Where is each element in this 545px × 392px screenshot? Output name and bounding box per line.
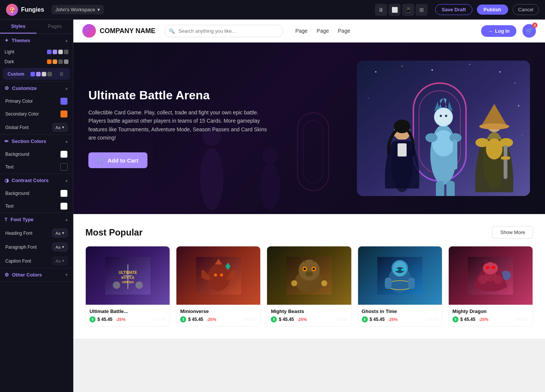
- desktop-icon-btn[interactable]: 🖥: [375, 4, 387, 16]
- secondary-color-swatch[interactable]: [60, 110, 68, 118]
- preview-nav: Page Page Page: [295, 28, 350, 34]
- tab-pages[interactable]: Pages: [36, 20, 73, 33]
- dot: [47, 59, 52, 64]
- hero-image-svg: [357, 61, 530, 196]
- caption-font-selector[interactable]: Aa ▾: [52, 257, 68, 265]
- svg-point-59: [207, 264, 230, 291]
- customize-icon: ⚙: [5, 85, 9, 91]
- add-to-cart-button[interactable]: 🛒 Add to Cart: [88, 152, 147, 168]
- game-card[interactable]: Minionverse $ $ 45.45 -25% ☆☆☆: [176, 246, 261, 327]
- hero-image: [357, 61, 530, 196]
- contrast-bg-row: Background: [0, 187, 73, 200]
- game-card-body: Ultimate Battle... $ $ 45.45 -25% ☆☆☆: [86, 305, 170, 326]
- contrast-bg-swatch[interactable]: [60, 190, 68, 197]
- section-text-swatch[interactable]: [60, 163, 68, 171]
- dot: [36, 72, 41, 76]
- customize-header[interactable]: ⚙ Customize ▲: [0, 82, 73, 95]
- theme-custom[interactable]: Custom 🗑: [3, 68, 70, 80]
- game-card[interactable]: Mighty Beasts $ $ 45.45 -25% ☆☆☆: [267, 246, 351, 327]
- tablet-icon-btn[interactable]: ⬜: [389, 4, 401, 16]
- logo-text: Fungies: [21, 6, 44, 13]
- contrast-text-swatch[interactable]: [60, 202, 68, 210]
- theme-light[interactable]: Light: [0, 47, 73, 57]
- workspace-selector[interactable]: John's Workspace ▾: [52, 5, 104, 14]
- svg-rect-39: [501, 156, 510, 160]
- game-card-image: [358, 246, 442, 305]
- save-draft-button[interactable]: Save Draft: [435, 4, 472, 15]
- caption-font-row: Caption Font Aa ▾: [0, 254, 73, 268]
- game-card-price: $ $ 45.45 -25%: [90, 316, 126, 322]
- login-button[interactable]: → Log In: [481, 25, 516, 37]
- delete-theme-button[interactable]: 🗑: [58, 70, 65, 77]
- nav-item-1[interactable]: Page: [295, 28, 308, 34]
- game-card-image: [267, 246, 351, 305]
- paragraph-font-chevron: ▾: [62, 245, 64, 249]
- preview-logo: COMPANY NAME: [82, 24, 155, 38]
- cart-button[interactable]: 🛒 2: [522, 24, 536, 38]
- section-colors-header[interactable]: ✏ Section Colors ▲: [0, 135, 73, 148]
- paragraph-font-selector[interactable]: Aa ▾: [52, 243, 68, 251]
- search-input[interactable]: [164, 25, 283, 37]
- heading-font-selector[interactable]: Aa ▾: [52, 229, 68, 237]
- price-icon: $: [180, 316, 186, 322]
- themes-header[interactable]: ✦ Themes ▲: [0, 34, 73, 47]
- show-more-button[interactable]: Show More: [492, 226, 533, 239]
- global-font-selector[interactable]: Aa ▾: [52, 123, 68, 132]
- section-bg-row: Background: [0, 148, 73, 161]
- game-card-footer: $ $ 45.45 -25% ☆☆☆: [180, 316, 257, 322]
- game-card-body: Ghosts in Time $ $ 45.45 -25% ☆☆☆: [358, 305, 442, 326]
- contrast-colors-title: ◑ Contrast Colors: [5, 178, 49, 183]
- game-card-title: Mighty Dragon: [452, 308, 529, 314]
- theme-light-dots: [47, 50, 68, 54]
- themes-section: ✦ Themes ▲ Light Dark: [0, 34, 73, 82]
- svg-point-17: [432, 130, 455, 156]
- svg-point-35: [479, 123, 509, 129]
- price-icon: $: [362, 316, 368, 322]
- font-type-section: T Font Type ▲ Heading Font Aa ▾ Paragrap…: [0, 213, 73, 268]
- game-card-image: [176, 246, 260, 305]
- preview-page: COMPANY NAME 🔍 Page Page Page → Log In: [73, 20, 545, 339]
- game-card[interactable]: Mighty Dragon $ $ 45.45 -25% ☆☆☆: [448, 246, 533, 327]
- primary-color-swatch[interactable]: [60, 97, 68, 105]
- svg-point-75: [321, 280, 327, 286]
- font-type-icon: T: [5, 217, 8, 222]
- section-bg-swatch[interactable]: [60, 150, 68, 158]
- sidebar-tabs: Styles Pages: [0, 20, 73, 34]
- svg-point-48: [394, 135, 395, 137]
- tab-styles[interactable]: Styles: [0, 20, 36, 33]
- other-colors-header[interactable]: ⚙ Other Colors ▼: [0, 268, 73, 281]
- svg-rect-38: [504, 145, 507, 179]
- svg-point-74: [291, 280, 297, 286]
- game-card-title: Minionverse: [180, 308, 257, 314]
- section-colors-title: ✏ Section Colors: [5, 138, 46, 144]
- publish-button[interactable]: Publish: [477, 5, 508, 15]
- font-type-header[interactable]: T Font Type ▲: [0, 213, 73, 226]
- layout-icon-btn[interactable]: ⊞: [416, 4, 428, 16]
- contrast-colors-header[interactable]: ◑ Contrast Colors ▲: [0, 174, 73, 187]
- game-card-stars: ☆☆☆: [335, 317, 348, 322]
- svg-point-41: [402, 66, 403, 67]
- nav-item-3[interactable]: Page: [338, 28, 351, 34]
- popular-title: Most Popular: [85, 227, 143, 238]
- game-card[interactable]: ULTIMATE BATTLE ARENA: [85, 246, 170, 327]
- svg-point-57: [135, 281, 143, 289]
- game-card[interactable]: Ghosts in Time $ $ 45.45 -25% ☆☆☆: [358, 246, 442, 327]
- svg-rect-15: [398, 143, 407, 156]
- price-icon: $: [452, 316, 458, 322]
- game-card-body: Minionverse $ $ 45.45 -25% ☆☆☆: [176, 305, 260, 326]
- logo: 🍄 Fungies: [6, 4, 44, 16]
- svg-rect-29: [436, 181, 444, 196]
- game-card-body: Mighty Beasts $ $ 45.45 -25% ☆☆☆: [267, 305, 351, 326]
- mobile-icon-btn[interactable]: 📱: [402, 4, 414, 16]
- svg-point-23: [437, 110, 450, 124]
- global-font-row: Global Font Aa ▾: [0, 120, 73, 134]
- theme-dark[interactable]: Dark: [0, 57, 73, 67]
- font-type-chevron: ▲: [65, 217, 68, 222]
- svg-point-90: [483, 262, 498, 274]
- nav-item-2[interactable]: Page: [317, 28, 329, 34]
- workspace-name: John's Workspace: [55, 7, 95, 12]
- cancel-button[interactable]: Cancel: [513, 4, 539, 15]
- price-icon: $: [90, 316, 96, 322]
- svg-point-24: [440, 115, 442, 117]
- game-card-stars: ☆☆☆: [244, 317, 257, 322]
